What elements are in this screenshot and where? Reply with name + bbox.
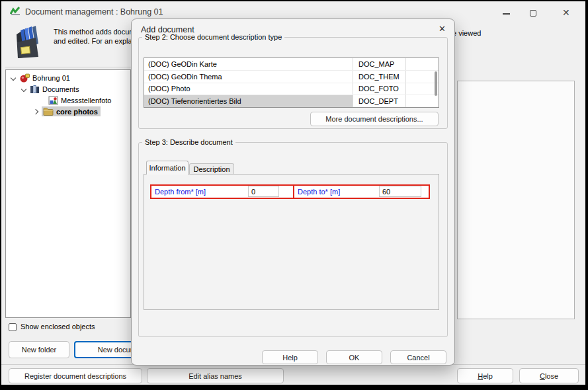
tree-item-label[interactable]: Documents [42,85,79,93]
depth-to-input[interactable] [379,186,421,197]
depth-highlight-row: Depth from* [m] Depth to* [m] [150,184,430,199]
banner-text-right: e viewed [452,29,481,37]
folder-icon [43,107,54,116]
chevron-right-icon[interactable] [33,108,38,114]
dialog-ok-button[interactable]: OK [326,350,382,364]
depth-to-cell: Depth to* [m] [294,186,429,198]
tree-item-label[interactable]: core photos [56,108,98,116]
list-item[interactable]: (DOC) GeODin Karte DOC_MAP [144,58,439,71]
tree-item-bohrung-01[interactable]: Bohrung 01 [11,72,70,83]
close-icon[interactable]: ✕ [562,8,570,17]
depth-to-label: Depth to* [m] [298,188,340,196]
tab-description[interactable]: Description [189,163,234,175]
depth-from-input[interactable] [248,186,279,197]
show-enclosed-checkbox[interactable] [9,323,17,331]
document-box-icon [12,24,45,63]
banner-text-line2: and edited. For an explan [54,37,136,45]
step2-legend: Step 2: Choose document description type [142,33,284,41]
list-item-selected[interactable]: (DOC) Tiefenorientiertes Bild DOC_DEPT [144,95,439,107]
new-folder-button[interactable]: New folder [9,341,69,358]
dialog-help-button[interactable]: Help [262,350,318,364]
more-document-descriptions-button[interactable]: More document descriptions... [310,112,439,126]
tree-item-core-photos[interactable]: core photos [34,106,101,117]
list-item[interactable]: (DOC) Photo DOC_FOTO [144,83,439,96]
tree-item-documents[interactable]: Documents [22,83,79,95]
add-document-dialog: Add document ✕ Step 2: Choose document d… [131,19,455,366]
object-tree-panel: Bohrung 01 Documents Messstellenfoto [5,69,131,318]
step3-legend: Step 3: Describe document [142,138,235,146]
documents-list-panel [457,81,575,319]
chevron-down-icon[interactable] [21,86,26,91]
banner-text-line1: This method adds docum [54,28,136,36]
dialog-close-icon[interactable]: ✕ [439,24,446,33]
help-button[interactable]: Help [457,368,513,383]
maximize-icon[interactable] [530,10,536,17]
edit-alias-names-button[interactable]: Edit alias names [147,368,284,383]
screen: Document management : Bohrung 01 ✕ This … [0,0,588,390]
document-description-list: (DOC) GeODin Karte DOC_MAP (DOC) GeODin … [144,58,439,108]
window-title: Document management : Bohrung 01 [25,7,163,17]
register-document-descriptions-button[interactable]: Register document descriptions [9,368,142,383]
depth-from-label: Depth from* [m] [155,188,206,196]
close-button[interactable]: Close [519,368,579,383]
dialog-cancel-button[interactable]: Cancel [390,350,446,364]
tree-item-label[interactable]: Messstellenfoto [61,97,111,104]
minimize-icon[interactable] [503,13,510,15]
app-icon [10,6,21,19]
depth-from-cell: Depth from* [m] [151,186,294,198]
tree-item-messstellenfoto[interactable]: Messstellenfoto [44,95,111,106]
banner-separator [5,67,131,67]
show-enclosed-label: Show enclosed objects [21,323,95,331]
documents-icon [30,85,40,94]
chevron-down-icon[interactable] [11,75,16,80]
photo-icon [48,96,58,105]
borehole-icon [19,73,30,83]
list-item[interactable]: (DOC) GeODin Thema DOC_THEM [144,71,439,83]
tab-information[interactable]: Information [146,161,189,175]
tree-item-label[interactable]: Bohrung 01 [32,74,70,82]
list-scrollbar-thumb[interactable] [435,71,437,96]
